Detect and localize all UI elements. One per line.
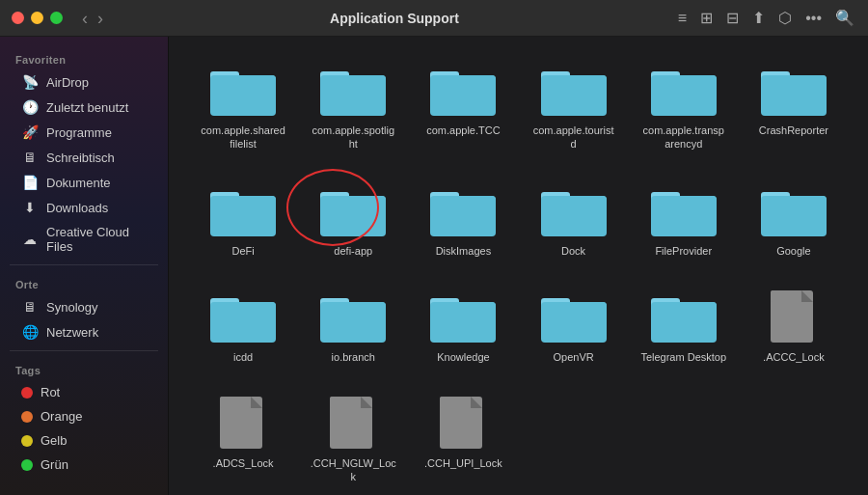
search-icon[interactable]: 🔍 <box>833 7 856 29</box>
sidebar: Favoriten 📡 AirDrop 🕐 Zuletzt benutzt 🚀 … <box>0 37 169 495</box>
minimize-button[interactable] <box>31 12 43 24</box>
folder-CrashReporter[interactable]: CrashReporter <box>739 56 849 157</box>
folder-label: com.apple.transp arencyd <box>640 124 727 151</box>
folder-com-apple-sharedfilelist[interactable]: com.apple.shared filelist <box>188 56 298 157</box>
column-view-icon[interactable]: ⊟ <box>724 7 741 29</box>
svg-rect-17 <box>761 75 827 114</box>
content-area: com.apple.shared filelist com.apple.spot… <box>169 37 868 495</box>
folder-TelegramDesktop[interactable]: Telegram Desktop <box>629 283 739 370</box>
sidebar-item-desktop-label: Schreibtisch <box>46 151 115 165</box>
sidebar-item-tag-green-label: Grün <box>41 457 68 472</box>
forward-button[interactable]: › <box>94 8 107 29</box>
folder-icon-svg <box>208 62 278 118</box>
folder-Google[interactable]: Google <box>739 177 849 263</box>
sidebar-item-apps-label: Programme <box>46 125 112 140</box>
downloads-icon: ⬇ <box>21 200 39 215</box>
folder-label: .CCH_NGLW_Loc k <box>310 456 396 484</box>
folder-io-branch[interactable]: io.branch <box>298 283 408 370</box>
svg-rect-44 <box>430 302 496 341</box>
folder-icon-svg <box>759 62 828 118</box>
sidebar-item-desktop[interactable]: 🖥 Schreibtisch <box>6 145 162 170</box>
file-icon-svg <box>208 395 278 451</box>
maximize-button[interactable] <box>50 12 63 24</box>
toolbar-controls: ≡ ⊞ ⊟ ⬆ ⬡ ••• 🔍 <box>676 7 856 29</box>
svg-rect-26 <box>430 196 496 234</box>
folder-label: Dock <box>561 244 585 258</box>
sidebar-item-synology-label: Synology <box>46 300 97 315</box>
folder-icon-svg <box>428 182 498 238</box>
sidebar-item-recent[interactable]: 🕐 Zuletzt benutzt <box>6 95 162 120</box>
grid-view-icon[interactable]: ⊞ <box>698 7 715 29</box>
sidebar-item-tag-red-label: Rot <box>41 385 60 399</box>
svg-rect-29 <box>541 196 607 234</box>
folder-label: DeFi <box>231 244 254 258</box>
svg-rect-47 <box>541 302 607 341</box>
close-button[interactable] <box>12 12 24 24</box>
folder-icdd[interactable]: icdd <box>188 283 298 370</box>
folder-label: FileProvider <box>655 244 712 258</box>
svg-rect-11 <box>541 75 607 114</box>
folder-icon-svg <box>649 182 719 238</box>
share-icon[interactable]: ⬆ <box>750 7 767 29</box>
sidebar-item-apps[interactable]: 🚀 Programme <box>6 120 162 145</box>
sidebar-divider-1 <box>10 264 158 265</box>
folder-com-apple-transparencyd[interactable]: com.apple.transp arencyd <box>629 56 739 157</box>
sidebar-item-tag-yellow[interactable]: Gelb <box>6 428 162 453</box>
sidebar-item-network[interactable]: 🌐 Netzwerk <box>6 319 162 344</box>
folder-icon-svg <box>208 182 278 238</box>
file-ACCC-Lock[interactable]: .ACCC_Lock <box>739 283 849 370</box>
tags-label: Tags <box>0 357 168 380</box>
back-button[interactable]: ‹ <box>78 8 92 29</box>
folder-label: Knowledge <box>437 350 489 364</box>
folder-icon-svg <box>208 289 278 344</box>
folder-FileProvider[interactable]: FileProvider <box>629 177 739 263</box>
network-icon: 🌐 <box>21 324 39 340</box>
folder-com-apple-TCC[interactable]: com.apple.TCC <box>408 56 518 157</box>
file-ADCS-Lock[interactable]: .ADCS_Lock <box>188 389 298 490</box>
folder-OpenVR[interactable]: OpenVR <box>518 283 628 370</box>
folder-label: com.apple.tourist d <box>530 124 617 151</box>
traffic-lights <box>12 12 63 24</box>
svg-rect-53 <box>771 290 801 302</box>
sidebar-item-tag-yellow-label: Gelb <box>41 433 67 448</box>
folder-label: com.apple.spotlig ht <box>310 124 396 151</box>
folder-DeFi[interactable]: DeFi <box>188 177 298 263</box>
file-CCH-NGLW-Lock[interactable]: .CCH_NGLW_Loc k <box>298 389 408 490</box>
sidebar-item-tag-green[interactable]: Grün <box>6 453 162 477</box>
list-view-icon[interactable]: ≡ <box>676 8 689 29</box>
folder-com-apple-spotligbt[interactable]: com.apple.spotlig ht <box>298 56 408 157</box>
sidebar-item-creativecloud[interactable]: ☁ Creative Cloud Files <box>6 220 162 259</box>
file-icon-svg <box>318 395 388 451</box>
places-label: Orte <box>0 271 168 294</box>
svg-rect-59 <box>330 397 361 408</box>
folder-icon-svg <box>539 289 609 344</box>
svg-rect-20 <box>210 196 276 234</box>
tag-icon[interactable]: ⬡ <box>776 7 794 29</box>
folder-defi-app[interactable]: defi-app <box>298 177 408 263</box>
folder-label: com.apple.TCC <box>426 124 500 137</box>
folder-icon-svg <box>539 62 609 118</box>
favorites-label: Favoriten <box>0 46 168 69</box>
folder-DiskImages[interactable]: DiskImages <box>408 177 518 263</box>
svg-rect-41 <box>320 302 386 341</box>
sidebar-item-tag-orange[interactable]: Orange <box>6 404 162 428</box>
folder-Knowledge[interactable]: Knowledge <box>408 283 518 370</box>
folder-label: io.branch <box>332 350 375 364</box>
sidebar-item-docs[interactable]: 📄 Dokumente <box>6 170 162 195</box>
folder-label: defi-app <box>334 244 372 258</box>
more-icon[interactable]: ••• <box>803 8 824 29</box>
folder-Dock[interactable]: Dock <box>518 177 628 263</box>
sidebar-item-downloads[interactable]: ⬇ Downloads <box>6 195 162 220</box>
sidebar-item-synology[interactable]: 🖥 Synology <box>6 294 162 319</box>
file-icon-svg <box>428 395 498 451</box>
folder-label: .ADCS_Lock <box>213 456 274 470</box>
folder-icon-svg <box>318 289 388 344</box>
folder-label: .CCH_UPI_Lock <box>424 456 502 470</box>
folder-icon-svg <box>428 62 498 118</box>
folder-com-apple-tourisd[interactable]: com.apple.tourist d <box>518 56 628 157</box>
sidebar-item-tag-red[interactable]: Rot <box>6 380 162 404</box>
file-CCH-UPI-Lock[interactable]: .CCH_UPI_Lock <box>408 389 518 490</box>
tag-dot-yellow <box>21 435 33 447</box>
sidebar-item-airdrop[interactable]: 📡 AirDrop <box>6 69 162 95</box>
tag-dot-red <box>21 387 33 399</box>
